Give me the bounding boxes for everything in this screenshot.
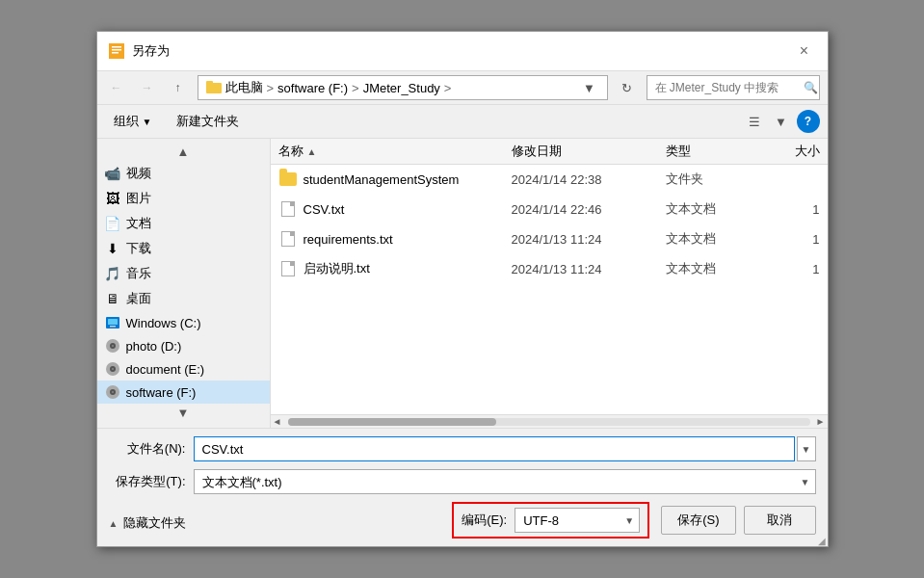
titlebar-left: 另存为 [109,42,170,60]
encoding-select-wrapper: UTF-8 ▼ [515,508,640,533]
bottom-section: 文件名(N): ▼ 保存类型(T): 文本文档(*.txt) ▼ ▲ [97,428,828,546]
sidebar-item-label-music: 音乐 [126,265,151,282]
sidebar-scroll-up[interactable]: ▲ [97,143,270,161]
filetype-select-wrapper: 文本文档(*.txt) ▼ [194,469,816,494]
file-header: 名称 ▲ 修改日期 类型 大小 [271,139,828,165]
close-button[interactable]: × [793,39,816,63]
breadcrumb-folder-icon [206,80,222,96]
svg-rect-3 [112,52,119,54]
scroll-left-arrow[interactable]: ◄ [271,416,284,427]
file-type: 文本文档 [666,200,762,218]
col-header-date[interactable]: 修改日期 [512,143,666,160]
sidebar-item-drive-d[interactable]: photo (D:) [97,334,270,357]
refresh-button[interactable]: ↻ [616,76,639,99]
file-type: 文本文档 [666,230,762,248]
txt-icon [278,229,298,249]
breadcrumb-item-drive[interactable]: software (F:) [277,81,348,95]
sidebar-item-drive-c[interactable]: Windows (C:) [97,311,270,334]
main-content: ▲ 📹 视频 🖼 图片 📄 文档 ⬇ 下载 🎵 [97,139,828,428]
encoding-label: 编码(E): [462,512,507,529]
svg-rect-5 [206,81,213,85]
view-toggle-button[interactable]: ☰ [743,110,766,133]
new-folder-label: 新建文件夹 [176,113,239,130]
sidebar-item-music[interactable]: 🎵 音乐 [97,261,270,286]
folder-icon [278,170,298,189]
organize-button[interactable]: 组织 ▼ [105,109,161,134]
breadcrumb: 此电脑 > software (F:) > JMeter_Study > ▼ [198,75,608,100]
table-row[interactable]: studentManagementSystem 2024/1/14 22:38 … [271,165,828,195]
new-folder-button[interactable]: 新建文件夹 [168,109,248,134]
dialog-title: 另存为 [132,42,170,60]
sidebar-item-drive-e[interactable]: document (E:) [97,357,270,381]
sidebar-item-desktop[interactable]: 🖥 桌面 [97,286,270,311]
filetype-select[interactable]: 文本文档(*.txt) [194,469,816,494]
drive-c-icon [105,315,120,330]
file-name: requirements.txt [304,232,512,247]
svg-rect-8 [110,326,116,328]
breadcrumb-sep-2: > [352,81,359,95]
file-date: 2024/1/13 11:24 [512,232,666,247]
sidebar-item-download[interactable]: ⬇ 下载 [97,236,270,261]
view-dropdown-button[interactable]: ▼ [770,110,793,133]
drive-e-icon [105,361,120,377]
organize-label: 组织 [114,113,139,130]
filetype-label: 保存类型(T): [109,473,186,490]
file-list: studentManagementSystem 2024/1/14 22:38 … [271,165,828,414]
back-button[interactable]: ← [105,76,128,99]
encoding-section: 编码(E): UTF-8 ▼ [452,502,649,539]
table-row[interactable]: CSV.txt 2024/1/14 22:46 文本文档 1 [271,195,828,224]
help-button[interactable]: ? [797,110,820,133]
sort-arrow-icon: ▲ [307,146,317,157]
hide-folders-label: 隐藏文件夹 [123,514,186,532]
cancel-button[interactable]: 取消 [744,506,816,535]
col-name-label: 名称 [278,143,304,160]
image-icon: 🖼 [105,191,120,206]
breadcrumb-item-folder[interactable]: JMeter_Study [363,81,440,95]
action-row: ▲ 隐藏文件夹 编码(E): UTF-8 ▼ [109,502,816,539]
encoding-select[interactable]: UTF-8 [515,508,640,533]
forward-button[interactable]: → [136,76,159,99]
filename-input[interactable] [194,436,795,461]
sidebar-item-label-drive-c: Windows (C:) [126,316,201,330]
file-date: 2024/1/13 11:24 [512,262,666,276]
file-size: 1 [762,262,820,276]
sidebar-item-label-drive-d: photo (D:) [126,339,182,354]
filename-dropdown-icon[interactable]: ▼ [797,436,816,461]
breadcrumb-item-computer[interactable]: 此电脑 [225,79,263,96]
drive-d-icon [105,338,120,354]
file-type: 文件夹 [666,171,762,188]
col-header-name[interactable]: 名称 ▲ [278,143,512,160]
col-header-size[interactable]: 大小 [762,143,820,160]
sidebar-item-video[interactable]: 📹 视频 [97,161,270,186]
resize-handle[interactable]: ◢ [815,534,829,547]
col-header-type[interactable]: 类型 [666,143,762,160]
breadcrumb-dropdown[interactable]: ▼ [580,78,599,97]
file-size: 1 [762,232,820,247]
filename-label: 文件名(N): [109,440,186,458]
sidebar: ▲ 📹 视频 🖼 图片 📄 文档 ⬇ 下载 🎵 [97,139,271,428]
buttons-section: 保存(S) 取消 [661,506,815,535]
sidebar-item-document[interactable]: 📄 文档 [97,211,270,236]
search-input[interactable] [655,81,800,94]
table-row[interactable]: requirements.txt 2024/1/13 11:24 文本文档 1 [271,224,828,254]
sidebar-item-label-drive-e: document (E:) [126,362,205,377]
sidebar-scroll-down[interactable]: ▼ [97,404,270,422]
titlebar: 另存为 × [97,32,828,71]
save-button[interactable]: 保存(S) [661,506,735,535]
table-row[interactable]: 启动说明.txt 2024/1/13 11:24 文本文档 1 [271,254,828,284]
scrollbar-thumb[interactable] [288,418,497,426]
download-icon: ⬇ [105,241,120,256]
sidebar-item-label-drive-f: software (F:) [126,385,197,400]
up-button[interactable]: ↑ [167,76,190,99]
sidebar-item-drive-f[interactable]: software (F:) [97,381,270,404]
scroll-right-arrow[interactable]: ► [814,416,828,427]
desktop-icon: 🖥 [105,291,120,306]
horizontal-scrollbar[interactable]: ◄ ► [271,414,828,428]
sidebar-item-label-image: 图片 [126,190,151,207]
sidebar-item-label-desktop: 桌面 [126,290,151,307]
sidebar-item-image[interactable]: 🖼 图片 [97,186,270,211]
hide-folders-toggle[interactable]: ▲ 隐藏文件夹 [109,514,187,532]
file-size: 1 [762,202,820,217]
toggle-arrow-icon: ▲ [109,518,119,529]
document-icon: 📄 [105,216,120,231]
